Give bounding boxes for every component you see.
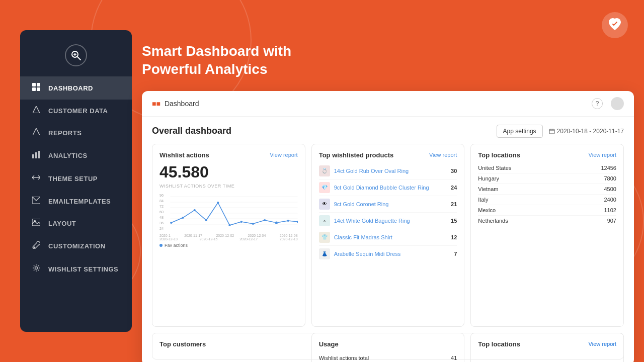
list-item: 👕 Classic Fit Madras Shirt 12	[319, 229, 457, 246]
svg-point-45	[252, 223, 254, 225]
product-thumb-5: 👕	[319, 232, 330, 243]
sidebar-item-customization-label: CUSTOMIZATION	[48, 242, 106, 250]
sidebar-item-customization[interactable]: CUSTOMIZATION	[20, 234, 132, 257]
svg-point-44	[240, 221, 243, 223]
svg-line-2	[77, 57, 80, 60]
product-thumb-1: 💍	[319, 165, 330, 176]
bar-chart-icon	[31, 150, 41, 160]
sidebar-item-email-templates[interactable]: EMAILTEMPLATES	[20, 190, 132, 212]
sidebar-item-wishlist-settings[interactable]: WISHLIST SETTINGS	[20, 257, 132, 281]
location-count-2: 7800	[604, 175, 616, 182]
triangle-icon	[31, 106, 41, 115]
svg-rect-21	[549, 129, 554, 134]
svg-rect-13	[35, 152, 37, 158]
svg-text:96: 96	[159, 193, 164, 198]
wishlist-chart: 96 84 72 60 48 36 24	[159, 193, 298, 233]
wishlist-widget-header: Wishlist actions View report	[159, 151, 298, 159]
top-locations-header: Top locations View report	[478, 151, 616, 159]
sidebar-item-theme-setup[interactable]: THEME SETUP	[20, 167, 132, 190]
svg-text:84: 84	[159, 199, 164, 203]
arrows-lr-icon	[31, 173, 41, 184]
sidebar-item-analytics-label: ANALYTICS	[48, 152, 88, 159]
product-count-2: 24	[451, 185, 457, 191]
sidebar-item-dashboard[interactable]: DASHBOARD	[20, 76, 132, 100]
sidebar-item-layout[interactable]: LAYOUT	[20, 212, 132, 234]
main-content: Smart Dashboard with Powerful Analytics …	[142, 30, 634, 332]
usage-count-1: 41	[451, 355, 457, 361]
top-locations-widget: Top locations View report United States …	[470, 144, 624, 327]
location-name-3: Vietnam	[478, 186, 604, 192]
svg-point-42	[217, 202, 219, 204]
product-name-5[interactable]: Classic Fit Madras Shirt	[334, 234, 447, 240]
svg-marker-11	[33, 128, 40, 135]
sidebar-nav: DASHBOARD CUSTOMER DATA REPORTS	[20, 76, 132, 332]
app-settings-button[interactable]: App settings	[497, 125, 543, 138]
svg-text:24: 24	[159, 226, 164, 231]
dashboard-inner: Overall dashboard App settings 2020-10-1…	[142, 117, 634, 362]
top-customers-title: Top customers	[159, 340, 589, 348]
svg-point-20	[35, 267, 38, 269]
svg-point-38	[170, 222, 172, 224]
search-icon[interactable]	[65, 44, 87, 66]
top-customers-header: Top customers View report	[159, 340, 616, 348]
date-range-text: 2020-10-18 - 2020-11-17	[557, 128, 624, 135]
svg-text:72: 72	[159, 204, 164, 209]
svg-point-19	[34, 247, 35, 248]
svg-point-46	[264, 219, 266, 221]
sidebar-item-reports-label: REPORTS	[48, 129, 82, 137]
sidebar-item-theme-setup-label: THEME SETUP	[48, 175, 98, 183]
product-name-4[interactable]: 14ct White Gold Baguette Ring	[334, 218, 447, 224]
dashboard-grid-icon: ■■	[152, 100, 160, 108]
list-item: Hungary 7800	[478, 173, 616, 184]
svg-marker-10	[33, 106, 40, 113]
svg-point-43	[228, 224, 230, 226]
top-products-widget: Top wishlisted products View report 💍 14…	[311, 144, 465, 327]
dashboard-topbar-title: Dashboard	[165, 100, 199, 108]
list-item: 💎 9ct Gold Diamond Bubble Cluster Ring 2…	[319, 179, 457, 196]
product-count-5: 12	[451, 234, 457, 240]
svg-rect-6	[32, 83, 36, 86]
image-icon	[31, 219, 41, 228]
list-item: 👁 9ct Gold Coronet Ring 21	[319, 196, 457, 213]
wishlist-count: 45.580	[159, 163, 298, 182]
top-products-title: Top wishlisted products	[319, 151, 429, 159]
svg-point-41	[205, 219, 207, 221]
top-customers-view-report[interactable]: View report	[589, 341, 616, 347]
product-name-2[interactable]: 9ct Gold Diamond Bubble Cluster Ring	[334, 185, 447, 191]
product-name-1[interactable]: 14ct Gold Rub Over Oval Ring	[334, 168, 447, 174]
sidebar: DASHBOARD CUSTOMER DATA REPORTS	[20, 30, 132, 332]
sidebar-item-email-templates-label: EMAILTEMPLATES	[48, 198, 111, 205]
sidebar-item-customer-data-label: CUSTOMER DATA	[48, 107, 108, 115]
product-count-6: 7	[454, 251, 457, 257]
svg-rect-14	[38, 151, 40, 158]
sidebar-item-analytics[interactable]: ANALYTICS	[20, 144, 132, 167]
top-products-view-report[interactable]: View report	[429, 152, 457, 158]
top-locations-view-report[interactable]: View report	[589, 152, 616, 158]
top-locations-title: Top locations	[478, 151, 588, 159]
location-name-1: United States	[478, 165, 601, 171]
grid-icon	[31, 83, 41, 93]
wishlist-subtitle: WISHLIST ACTIONS OVER TIME	[159, 184, 298, 189]
wrench-icon	[31, 241, 41, 251]
sidebar-item-dashboard-label: DASHBOARD	[48, 84, 93, 92]
location-count-3: 4500	[604, 186, 616, 192]
location-count-6: 907	[607, 218, 616, 224]
usage-label-1: Wishlist actions total	[319, 355, 451, 361]
col-locations: Top locations View report United States …	[470, 144, 624, 327]
triangle-icon-2	[31, 128, 41, 137]
wishlist-view-report[interactable]: View report	[270, 152, 297, 158]
svg-point-40	[194, 209, 196, 211]
product-count-1: 30	[451, 168, 457, 174]
product-name-6[interactable]: Arabelle Sequin Midi Dress	[334, 251, 450, 257]
sidebar-item-customer-data[interactable]: CUSTOMER DATA	[20, 100, 132, 122]
dashboard-card: ■■ Dashboard ? Overall dashboard App set…	[142, 91, 634, 362]
date-range: 2020-10-18 - 2020-11-17	[549, 128, 624, 135]
product-name-3[interactable]: 9ct Gold Coronet Ring	[334, 201, 447, 207]
gear-icon	[31, 264, 41, 274]
help-button[interactable]: ?	[592, 98, 603, 109]
sidebar-item-reports[interactable]: REPORTS	[20, 122, 132, 144]
list-item: Netherlands 907	[478, 216, 616, 226]
usage-item-1: Wishlist actions total 41	[319, 352, 457, 362]
svg-rect-8	[32, 87, 36, 91]
overall-dashboard-title: Overall dashboard	[152, 126, 497, 136]
